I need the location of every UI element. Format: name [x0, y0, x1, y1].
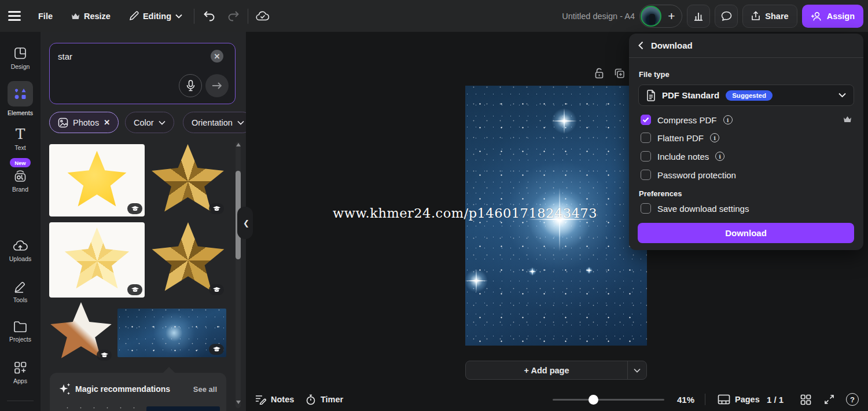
sidebar-item-uploads[interactable]: Uploads [0, 239, 41, 262]
education-badge-icon [97, 350, 112, 361]
filter-chip-color[interactable]: Color [125, 112, 174, 133]
remove-photos-filter-icon[interactable]: ✕ [104, 118, 110, 127]
zoom-slider-track[interactable] [553, 399, 664, 401]
pages-button[interactable]: Pages [718, 388, 760, 411]
undo-button[interactable] [197, 0, 221, 32]
bright-star [465, 269, 488, 292]
fullscreen-button[interactable] [824, 388, 834, 411]
toolbar-divider [194, 9, 194, 24]
search-result-cookie-star[interactable] [49, 302, 114, 363]
see-all-link[interactable]: See all [193, 385, 217, 394]
recommendation-thumb[interactable] [146, 406, 220, 411]
pages-label: Pages [735, 395, 760, 404]
nav-rail: Design Elements T Text New Brand Uploads… [0, 32, 41, 411]
zoom-percentage[interactable]: 41% [677, 388, 694, 411]
add-page-dropdown[interactable] [627, 361, 646, 379]
recommendation-thumb[interactable] [59, 406, 142, 411]
resize-menu[interactable]: Resize [62, 0, 120, 32]
duplicate-page-icon[interactable] [614, 68, 625, 79]
add-member-button[interactable]: + [661, 9, 681, 23]
editing-mode-menu[interactable]: Editing [120, 0, 192, 32]
comments-button[interactable] [715, 5, 738, 28]
scroll-up-arrow[interactable] [236, 143, 241, 146]
search-result-starry-sky[interactable] [117, 309, 226, 357]
voice-search-button[interactable] [179, 74, 202, 97]
insights-button[interactable] [687, 5, 710, 28]
sidebar-item-text[interactable]: T Text [0, 127, 41, 151]
new-badge: New [10, 158, 31, 167]
filter-chip-orientation[interactable]: Orientation [183, 112, 246, 133]
sidebar-item-tools[interactable]: Tools [0, 280, 41, 303]
text-icon: T [16, 127, 25, 141]
compress-pdf-checkbox[interactable] [641, 115, 651, 125]
search-result-yellow-star[interactable] [49, 144, 145, 216]
scroll-down-arrow[interactable] [236, 401, 241, 404]
help-button[interactable]: ? [846, 388, 859, 411]
sidebar-item-projects[interactable]: Projects [0, 320, 41, 343]
add-page-label: + Add page [466, 361, 627, 379]
option-row-flatten-pdf: Flatten PDF i [641, 133, 719, 143]
add-page-button[interactable]: + Add page [465, 361, 647, 380]
magic-recommendations-title: Magic recommendations [75, 384, 170, 394]
file-menu-label: File [38, 12, 53, 21]
notes-button[interactable]: Notes [255, 388, 294, 411]
notes-label: Notes [271, 395, 294, 404]
file-type-select[interactable]: PDF Standard Suggested [638, 85, 854, 106]
sidebar-item-design[interactable]: Design [0, 46, 41, 70]
option-row-save-settings: Save download settings [641, 203, 749, 214]
assign-button[interactable]: Assign [802, 5, 863, 28]
sidebar-item-elements[interactable]: Elements [0, 81, 41, 116]
account-avatar-group[interactable]: + [639, 5, 682, 28]
redo-button[interactable] [221, 0, 245, 32]
filter-chip-photos[interactable]: Photos ✕ [49, 112, 119, 133]
elements-search-panel: star ✕ Photos ✕ Color Orientation [41, 32, 246, 411]
avatar[interactable] [641, 6, 661, 27]
search-input[interactable]: star [58, 52, 72, 61]
option-row-compress-pdf: Compress PDF i [641, 115, 733, 125]
hamburger-menu-icon[interactable] [0, 0, 29, 32]
download-button[interactable]: Download [638, 223, 854, 243]
zoom-slider-knob[interactable] [589, 395, 598, 405]
yellow-star-image [67, 151, 128, 210]
save-download-settings-checkbox[interactable] [641, 203, 651, 214]
education-badge-icon [209, 203, 224, 214]
file-menu[interactable]: File [29, 0, 62, 32]
share-button[interactable]: Share [742, 5, 797, 28]
small-star [528, 267, 536, 276]
sidebar-item-brand[interactable]: New Brand [0, 158, 41, 193]
info-icon[interactable]: i [723, 115, 733, 124]
search-result-gold-star[interactable] [149, 144, 226, 216]
info-icon[interactable]: i [715, 152, 724, 161]
search-result-gold-star-2[interactable] [149, 222, 226, 298]
include-notes-checkbox[interactable] [641, 151, 651, 162]
education-badge-icon [127, 284, 142, 295]
unlock-icon[interactable] [594, 68, 604, 79]
bottom-bar: Notes Timer 41% Pages 1 / 1 ? [246, 388, 868, 411]
download-panel-title: Download [651, 41, 693, 50]
clear-search-icon[interactable]: ✕ [211, 50, 223, 63]
uploads-cloud-icon [13, 239, 28, 252]
file-type-label: File type [639, 70, 670, 79]
panel-collapse-handle[interactable]: ❮ [237, 207, 253, 239]
resize-menu-label: Resize [84, 12, 111, 21]
search-result-pale-star[interactable] [49, 222, 145, 298]
save-settings-label: Save download settings [657, 204, 749, 214]
password-protection-checkbox[interactable] [641, 170, 651, 180]
tools-pen-icon [13, 280, 28, 293]
flatten-pdf-checkbox[interactable] [641, 133, 651, 143]
search-submit-button[interactable] [205, 74, 229, 97]
sidebar-item-apps[interactable]: Apps [0, 361, 41, 384]
info-icon[interactable]: i [710, 133, 719, 142]
grid-view-button[interactable] [800, 388, 811, 411]
document-title[interactable]: Untitled design - A4 [562, 0, 635, 32]
apps-grid-icon [13, 361, 27, 375]
projects-folder-icon [13, 320, 28, 333]
search-box[interactable]: star ✕ [49, 43, 236, 104]
pdf-file-icon [646, 90, 656, 101]
watermark-text: www.khmer24.com/p14601718243473 [333, 206, 597, 221]
filter-chip-orientation-label: Orientation [192, 118, 233, 127]
download-panel: Download File type PDF Standard Suggeste… [629, 34, 863, 250]
include-notes-label: Include notes [657, 152, 709, 162]
back-chevron-icon[interactable] [638, 41, 643, 50]
timer-button[interactable]: Timer [306, 388, 343, 411]
